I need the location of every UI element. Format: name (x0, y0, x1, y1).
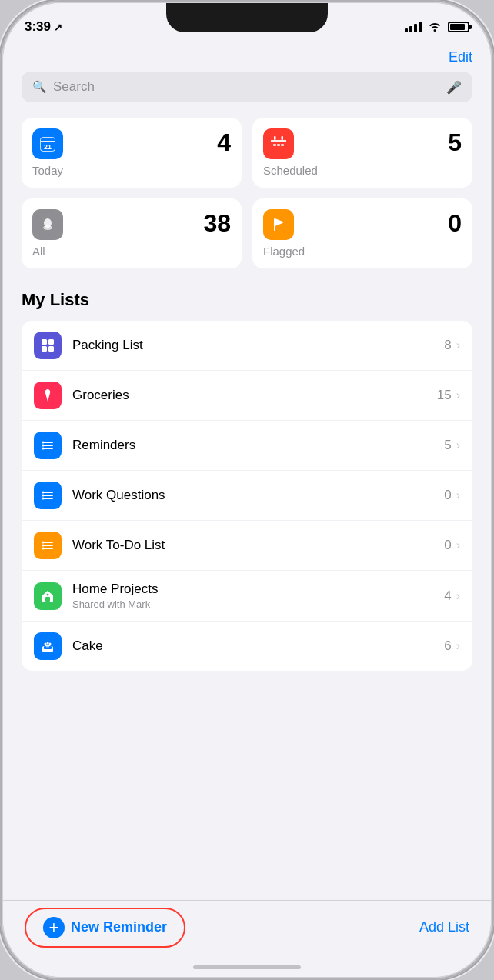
svg-point-42 (45, 643, 47, 645)
search-bar[interactable]: 🔍 Search 🎤 (22, 72, 472, 102)
svg-rect-18 (48, 346, 54, 352)
bar2 (409, 26, 412, 32)
svg-rect-2 (41, 141, 55, 142)
all-label: All (32, 245, 231, 258)
chevron-icon: › (456, 488, 460, 502)
today-card-top: 21 4 (32, 128, 231, 159)
reminders-icon (34, 432, 62, 459)
scheduled-card-top: 5 (263, 128, 462, 159)
all-icon (32, 209, 63, 240)
svg-rect-41 (44, 646, 52, 649)
svg-point-23 (42, 442, 45, 444)
add-list-button[interactable]: Add List (419, 919, 469, 935)
chevron-icon: › (456, 589, 460, 603)
list-item[interactable]: Cake 6 › (22, 622, 472, 671)
location-icon: ↗ (54, 22, 62, 33)
all-card[interactable]: 38 All (22, 198, 242, 268)
search-icon: 🔍 (32, 80, 47, 94)
work-questions-right: 0 › (444, 488, 460, 503)
svg-rect-16 (48, 339, 54, 345)
packing-list-count: 8 (444, 338, 451, 353)
edit-button[interactable]: Edit (449, 49, 472, 65)
search-input[interactable]: Search (53, 79, 440, 95)
mic-icon: 🎤 (446, 80, 462, 95)
my-lists-title: My Lists (22, 290, 472, 310)
work-todo-name: Work To-Do List (72, 538, 444, 553)
signal-bars (405, 22, 422, 32)
scheduled-count: 5 (448, 128, 462, 157)
phone-inner: 3:39 ↗ (3, 3, 491, 977)
work-questions-icon (34, 482, 62, 509)
top-bar: Edit (22, 43, 472, 72)
flagged-count: 0 (448, 209, 462, 238)
all-card-top: 38 (32, 209, 231, 240)
cake-info: Cake (72, 638, 444, 654)
svg-point-19 (46, 390, 49, 393)
cake-icon (34, 632, 62, 660)
bar1 (405, 28, 408, 32)
svg-point-35 (42, 542, 45, 544)
today-count: 4 (217, 128, 231, 157)
home-indicator (193, 965, 301, 969)
reminders-name: Reminders (72, 438, 444, 453)
flagged-card[interactable]: 0 Flagged (252, 198, 472, 268)
list-item[interactable]: Home Projects Shared with Mark 4 › (22, 571, 472, 622)
svg-rect-6 (274, 136, 276, 140)
svg-rect-17 (42, 346, 47, 352)
svg-rect-7 (282, 136, 284, 140)
all-count: 38 (203, 209, 231, 238)
flagged-icon (263, 209, 294, 240)
svg-point-25 (42, 448, 45, 450)
home-projects-right: 4 › (444, 588, 460, 604)
cake-count: 6 (444, 638, 451, 654)
svg-point-39 (47, 593, 49, 595)
status-time: 3:39 ↗ (25, 19, 62, 35)
list-item[interactable]: Reminders 5 › (22, 421, 472, 471)
svg-point-36 (42, 545, 45, 547)
new-reminder-button[interactable]: + New Reminder (25, 908, 185, 948)
main-content: Edit 🔍 Search 🎤 (3, 43, 491, 977)
svg-rect-9 (277, 144, 280, 146)
new-reminder-label: New Reminder (71, 919, 167, 935)
work-todo-right: 0 › (444, 538, 460, 553)
today-card[interactable]: 21 4 Today (22, 118, 242, 188)
svg-rect-38 (45, 597, 50, 602)
scheduled-icon (263, 128, 294, 159)
svg-rect-5 (271, 140, 286, 142)
chevron-icon: › (456, 639, 460, 653)
bar4 (419, 22, 422, 32)
packing-list-right: 8 › (444, 338, 460, 353)
chevron-icon: › (456, 388, 460, 402)
today-icon: 21 (32, 128, 63, 159)
home-projects-count: 4 (444, 588, 451, 604)
svg-point-44 (49, 643, 52, 645)
list-item[interactable]: Packing List 8 › (22, 321, 472, 371)
list-item[interactable]: Work To-Do List 0 › (22, 521, 472, 571)
flagged-card-top: 0 (263, 209, 462, 240)
svg-text:21: 21 (44, 143, 52, 151)
groceries-info: Groceries (72, 388, 437, 403)
svg-point-29 (42, 492, 45, 494)
home-projects-info: Home Projects Shared with Mark (72, 582, 444, 610)
battery-icon (448, 22, 469, 32)
work-questions-count: 0 (444, 488, 451, 503)
list-item[interactable]: Groceries 15 › (22, 371, 472, 421)
groceries-icon (34, 382, 62, 409)
status-icons (405, 21, 469, 34)
list-item[interactable]: Work Questions 0 › (22, 471, 472, 521)
work-todo-info: Work To-Do List (72, 538, 444, 553)
home-projects-icon (34, 582, 62, 610)
scheduled-label: Scheduled (263, 164, 462, 177)
battery-fill (450, 24, 465, 30)
screen: 3:39 ↗ (3, 3, 491, 977)
reminders-count: 5 (444, 438, 451, 453)
lists-container: Packing List 8 › (22, 321, 472, 671)
wifi-icon (428, 21, 442, 34)
groceries-right: 15 › (437, 388, 460, 403)
bar3 (414, 24, 417, 32)
flagged-label: Flagged (263, 245, 462, 258)
scheduled-card[interactable]: 5 Scheduled (252, 118, 472, 188)
svg-point-30 (42, 495, 45, 497)
home-projects-name: Home Projects (72, 582, 444, 597)
chevron-icon: › (456, 438, 460, 452)
